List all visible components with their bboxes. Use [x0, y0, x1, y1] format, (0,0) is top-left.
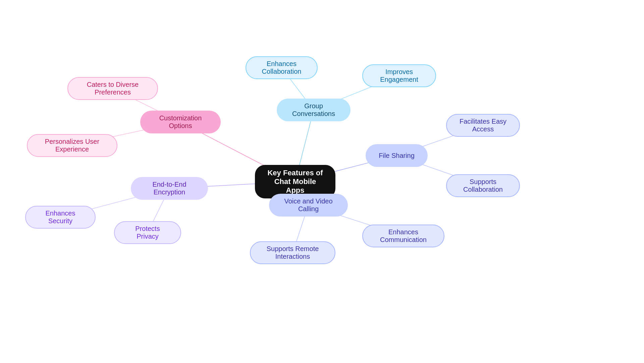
center-node: Key Features of Chat Mobile Apps [255, 165, 335, 198]
mind-map: Key Features of Chat Mobile AppsCustomiz… [0, 0, 644, 363]
node-encryption: End-to-End Encryption [131, 177, 208, 200]
node-easyaccess: Facilitates Easy Access [446, 114, 520, 137]
node-collaboration: Enhances Collaboration [246, 56, 318, 79]
node-privacy: Protects Privacy [114, 221, 181, 244]
node-communication: Enhances Communication [362, 225, 444, 247]
node-voicevideo: Voice and Video Calling [269, 194, 348, 217]
node-engagement: Improves Engagement [362, 64, 436, 87]
node-filesharing: File Sharing [366, 144, 428, 167]
node-customization: Customization Options [140, 111, 221, 133]
node-security: Enhances Security [25, 206, 96, 229]
node-suppcollaboration: Supports Collaboration [446, 174, 520, 197]
node-personalizes: Personalizes User Experience [27, 134, 117, 157]
node-remote: Supports Remote Interactions [250, 241, 335, 264]
node-caters: Caters to Diverse Preferences [67, 77, 158, 100]
node-group: Group Conversations [277, 99, 351, 121]
